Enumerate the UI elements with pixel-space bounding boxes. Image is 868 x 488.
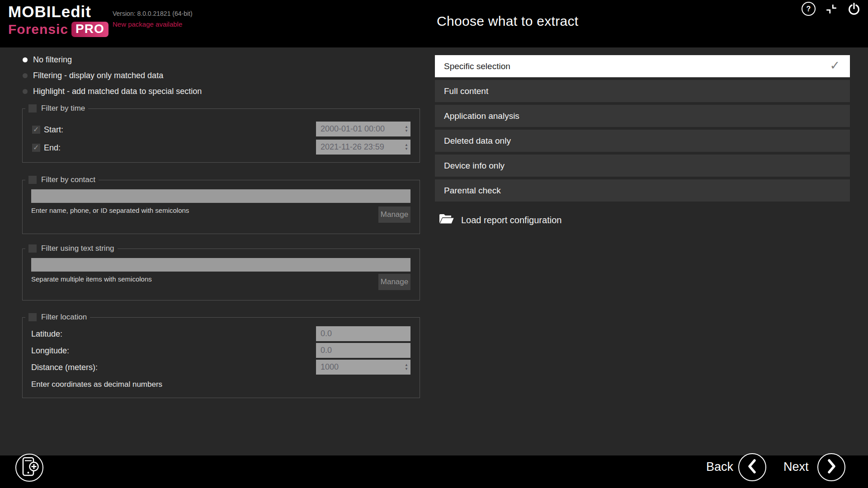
radio-label: Highlight - add matched data to special … (33, 87, 202, 96)
radio-highlight[interactable]: Highlight - add matched data to special … (23, 86, 202, 96)
filter-location-checkbox[interactable] (28, 313, 37, 321)
help-icon[interactable]: ? (802, 2, 816, 16)
footer (0, 455, 868, 488)
start-datetime-input[interactable]: 2000-01-01 00:00 ▲▼ (316, 122, 410, 136)
end-datetime-spinner[interactable]: ▲▼ (402, 140, 410, 155)
back-label[interactable]: Back (687, 460, 733, 474)
end-checkbox[interactable] (32, 144, 40, 152)
manage-text-strings-button[interactable]: Manage (378, 274, 410, 290)
distance-label: Distance (meters): (31, 363, 98, 372)
next-label[interactable]: Next (783, 460, 809, 474)
option-specific-selection[interactable]: Specific selection ✓ (435, 55, 850, 77)
app-logo: MOBILedit (8, 3, 91, 21)
radio-no-filtering[interactable]: No filtering (23, 55, 72, 65)
filter-location-legend: Filter location (25, 313, 90, 322)
power-icon[interactable] (847, 2, 861, 16)
filter-text-checkbox[interactable] (28, 244, 37, 253)
latitude-label: Latitude: (31, 329, 62, 339)
add-device-button[interactable] (15, 454, 43, 482)
start-checkbox[interactable] (32, 126, 40, 134)
pro-badge: PRO (71, 22, 108, 37)
option-application-analysis[interactable]: Application analysis (435, 105, 850, 127)
option-deleted-data-only[interactable]: Deleted data only (435, 130, 850, 152)
distance-spinner[interactable]: ▲▼ (402, 360, 410, 375)
app-logo-line2: Forensic PRO (8, 22, 108, 37)
text-filter-input[interactable] (31, 258, 410, 272)
start-label: Start: (44, 125, 63, 135)
filter-location-group: Filter location Latitude: 0.0 Longitude:… (22, 317, 420, 398)
filter-by-contact-checkbox[interactable] (28, 176, 37, 184)
end-label: End: (44, 143, 61, 153)
option-device-info-only[interactable]: Device info only (435, 155, 850, 177)
filter-by-time-group: Filter by time Start: 2000-01-01 00:00 ▲… (22, 108, 420, 163)
radio-filtering[interactable]: Filtering - display only matched data (23, 70, 163, 80)
longitude-label: Longitude: (31, 346, 69, 356)
filter-by-time-label: Filter by time (41, 104, 85, 113)
phone-plus-icon (20, 456, 39, 479)
logo-forensic-text: Forensic (8, 22, 68, 37)
manage-contacts-button[interactable]: Manage (378, 206, 410, 223)
version-text: Version: 8.0.0.21821 (64-bit) (113, 10, 193, 17)
contact-filter-input[interactable] (31, 189, 410, 203)
filter-location-label: Filter location (41, 313, 87, 322)
resize-window-icon[interactable] (826, 3, 837, 15)
filter-by-contact-label: Filter by contact (41, 175, 95, 184)
radio-unselected-icon (23, 73, 28, 78)
update-notice-link[interactable]: New package available (113, 20, 182, 28)
distance-input[interactable]: 1000 ▲▼ (316, 360, 410, 375)
filter-by-time-legend: Filter by time (25, 104, 88, 113)
filter-text-group: Filter using text string Separate multip… (22, 249, 420, 300)
text-filter-hint: Separate multiple items with semicolons (31, 275, 152, 283)
end-datetime-input[interactable]: 2021-11-26 23:59 ▲▼ (316, 140, 410, 155)
next-button[interactable] (817, 453, 845, 481)
filter-by-contact-group: Filter by contact Enter name, phone, or … (22, 180, 420, 234)
latitude-input[interactable]: 0.0 (316, 326, 410, 341)
radio-label: Filtering - display only matched data (33, 71, 163, 80)
longitude-input[interactable]: 0.0 (316, 343, 410, 358)
open-folder-icon (439, 212, 455, 228)
filter-text-legend: Filter using text string (25, 244, 118, 253)
radio-unselected-icon (23, 89, 28, 94)
page-title: Choose what to extract (437, 14, 578, 29)
header: MOBILedit Forensic PRO Version: 8.0.0.21… (0, 0, 868, 47)
filter-text-label: Filter using text string (41, 244, 114, 253)
option-full-content[interactable]: Full content (435, 80, 850, 102)
back-button[interactable] (738, 453, 766, 481)
contact-filter-hint: Enter name, phone, or ID separated with … (31, 206, 189, 214)
window-controls: ? (802, 2, 861, 16)
coordinates-note: Enter coordinates as decimal numbers (31, 380, 162, 389)
option-parental-check[interactable]: Parental check (435, 179, 850, 202)
chevron-right-icon (825, 459, 838, 476)
radio-selected-icon (23, 57, 28, 62)
radio-label: No filtering (33, 55, 72, 65)
app-window: MOBILedit Forensic PRO Version: 8.0.0.21… (0, 0, 868, 488)
start-datetime-spinner[interactable]: ▲▼ (402, 122, 410, 136)
check-icon: ✓ (830, 55, 840, 76)
load-report-configuration-button[interactable]: Load report configuration (439, 212, 561, 228)
filter-by-time-checkbox[interactable] (28, 104, 37, 113)
chevron-left-icon (745, 459, 759, 476)
filter-by-contact-legend: Filter by contact (25, 175, 99, 184)
